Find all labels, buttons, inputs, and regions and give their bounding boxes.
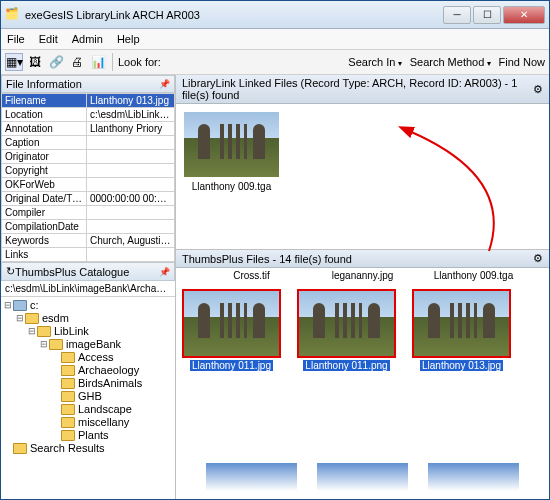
tree-node[interactable]: ⊟c:: [1, 299, 175, 312]
menubar: File Edit Admin Help: [1, 29, 549, 49]
pin-icon[interactable]: 📌: [159, 267, 170, 277]
thumb-names-row: Cross.tiflegananny.jpgLlanthony 009.tga: [176, 268, 549, 283]
maximize-button[interactable]: ☐: [473, 6, 501, 24]
thumb-caption: Llanthony 011.png: [303, 360, 389, 371]
thumb-selected[interactable]: Llanthony 011.png: [299, 291, 394, 371]
file-info-row[interactable]: Links: [2, 248, 175, 262]
gear-icon[interactable]: ⚙: [533, 83, 543, 96]
tool-icon-1[interactable]: 🖼: [26, 53, 44, 71]
search-method-dropdown[interactable]: Search Method: [410, 56, 491, 68]
thumb-caption: Llanthony 009.tga: [192, 181, 272, 192]
catalog-path: c:\esdm\LibLink\imageBank\Archaeolo: [1, 281, 175, 297]
thumb-name: Cross.tif: [206, 270, 297, 281]
thumb-caption: Llanthony 011.jpg: [190, 360, 273, 371]
file-info-row[interactable]: AnnotationLlanthony Priory: [2, 122, 175, 136]
thumb-selected[interactable]: Llanthony 011.jpg: [184, 291, 279, 371]
thumb-name: legananny.jpg: [317, 270, 408, 281]
menu-file[interactable]: File: [7, 33, 25, 45]
tree-node[interactable]: ⊟esdm: [1, 312, 175, 325]
tree-node[interactable]: Landscape: [1, 403, 175, 416]
file-info-row[interactable]: Originator: [2, 150, 175, 164]
file-info-table: FilenameLlanthony 013.jpgLocationc:\esdm…: [1, 93, 175, 262]
partial-thumbs-row: [176, 459, 549, 499]
file-info-row[interactable]: KeywordsChurch, Augustinian, Priory: [2, 234, 175, 248]
folder-tree[interactable]: ⊟c:⊟esdm⊟LibLink⊟imageBankAccessArchaeol…: [1, 297, 175, 457]
tree-node[interactable]: Archaeology: [1, 364, 175, 377]
refresh-icon[interactable]: ↻: [6, 265, 15, 278]
tree-node[interactable]: Plants: [1, 429, 175, 442]
separator: [112, 53, 113, 71]
tree-node[interactable]: miscellany: [1, 416, 175, 429]
titlebar: 🗂️ exeGesIS LibraryLink ARCH AR003 ─ ☐ ✕: [1, 1, 549, 29]
look-for-label: Look for:: [118, 56, 161, 68]
menu-edit[interactable]: Edit: [39, 33, 58, 45]
app-icon: 🗂️: [5, 7, 21, 23]
file-info-row[interactable]: Caption: [2, 136, 175, 150]
thumb-selected[interactable]: Llanthony 013.jpg: [414, 291, 509, 371]
tree-node[interactable]: Access: [1, 351, 175, 364]
menu-help[interactable]: Help: [117, 33, 140, 45]
thumb-caption: Llanthony 013.jpg: [420, 360, 503, 371]
tool-icon-4[interactable]: 📊: [89, 53, 107, 71]
file-info-row[interactable]: Locationc:\esdm\LibLink\im 013.jpg: [2, 108, 175, 122]
menu-admin[interactable]: Admin: [72, 33, 103, 45]
window-title: exeGesIS LibraryLink ARCH AR003: [25, 9, 443, 21]
thumbs-header: ThumbsPlus Files - 14 file(s) found ⚙: [176, 250, 549, 268]
tree-node[interactable]: GHB: [1, 390, 175, 403]
tree-node[interactable]: ⊟LibLink: [1, 325, 175, 338]
find-now-button[interactable]: Find Now: [499, 56, 545, 68]
tree-node[interactable]: Search Results: [1, 442, 175, 455]
tree-node[interactable]: ⊟imageBank: [1, 338, 175, 351]
toolbar: ▦▾ 🖼 🔗 🖨 📊 Look for: Search In Search Me…: [1, 49, 549, 75]
search-in-dropdown[interactable]: Search In: [348, 56, 401, 68]
linked-files-header: LibraryLink Linked Files (Record Type: A…: [176, 75, 549, 104]
grid-view-icon[interactable]: ▦▾: [5, 53, 23, 71]
catalog-header: ↻ ThumbsPlus Catalogue 📌: [1, 262, 175, 281]
file-info-row[interactable]: FilenameLlanthony 013.jpg: [2, 94, 175, 108]
file-info-row[interactable]: Compiler: [2, 206, 175, 220]
linked-thumb[interactable]: Llanthony 009.tga: [184, 112, 279, 192]
file-info-row[interactable]: Original Date/Time0000:00:00 00:00:00: [2, 192, 175, 206]
minimize-button[interactable]: ─: [443, 6, 471, 24]
gear-icon[interactable]: ⚙: [533, 252, 543, 265]
close-button[interactable]: ✕: [503, 6, 545, 24]
file-info-row[interactable]: CompilationDate: [2, 220, 175, 234]
tool-icon-2[interactable]: 🔗: [47, 53, 65, 71]
file-info-row[interactable]: OKForWeb: [2, 178, 175, 192]
thumb-name: Llanthony 009.tga: [428, 270, 519, 281]
tree-node[interactable]: BirdsAnimals: [1, 377, 175, 390]
tool-icon-3[interactable]: 🖨: [68, 53, 86, 71]
pin-icon[interactable]: 📌: [159, 79, 170, 89]
file-info-row[interactable]: Copyright: [2, 164, 175, 178]
annotation-arrow: [339, 116, 519, 256]
file-info-header: File Information 📌: [1, 75, 175, 93]
